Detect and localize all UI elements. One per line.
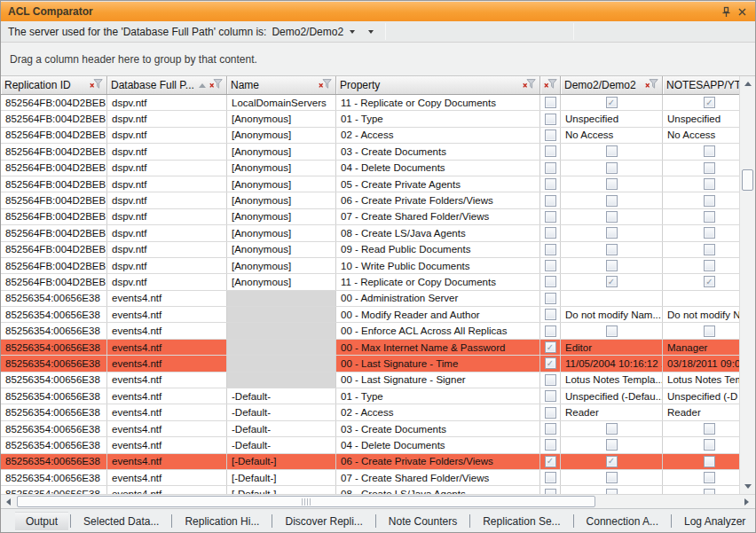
grid-row[interactable]: 85256354:00656E38events4.ntf[-Default-]0… — [1, 470, 739, 486]
filter-icon[interactable] — [645, 79, 658, 91]
checkbox-checked[interactable] — [606, 276, 618, 287]
checkbox-unchecked[interactable] — [545, 195, 556, 207]
pin-icon[interactable] — [718, 4, 734, 20]
column-header-demo2-demo2[interactable]: Demo2/Demo2 — [561, 76, 663, 94]
v-scroll-thumb[interactable] — [742, 169, 753, 191]
tab-replication-hi[interactable]: Replication Hi... — [174, 512, 270, 531]
scroll-left-button[interactable] — [1, 495, 16, 508]
column-header-database-full-p[interactable]: Database Full P... — [107, 76, 227, 94]
grid-row[interactable]: 852564FB:004D2BEBdspv.ntf[Anonymous]10 -… — [1, 258, 739, 274]
checkbox-unchecked[interactable] — [606, 325, 618, 337]
checkbox-checked[interactable] — [704, 97, 715, 108]
checkbox-unchecked[interactable] — [606, 472, 618, 483]
checkbox-checked[interactable] — [545, 357, 556, 369]
checkbox-unchecked[interactable] — [545, 114, 556, 125]
scroll-up-button[interactable] — [740, 76, 755, 91]
checkbox-unchecked[interactable] — [545, 97, 556, 108]
checkbox-unchecked[interactable] — [606, 211, 618, 223]
server-combo-dropdown-icon[interactable] — [350, 30, 355, 34]
checkbox-unchecked[interactable] — [704, 195, 715, 207]
checkbox-unchecked[interactable] — [545, 162, 556, 174]
checkbox-unchecked[interactable] — [606, 227, 618, 239]
checkbox-unchecked[interactable] — [545, 276, 556, 287]
v-scroll-track[interactable] — [740, 91, 755, 479]
grid-row[interactable]: 85256354:00656E38events4.ntf00 - Modify … — [1, 307, 739, 323]
column-header-replication-id[interactable]: Replication ID — [1, 76, 107, 94]
column-header-notesapp-yt[interactable]: NOTESAPP/YT. — [663, 76, 739, 94]
tab-output[interactable]: Output — [15, 512, 68, 531]
column-header-flag[interactable] — [540, 76, 561, 94]
checkbox-unchecked[interactable] — [704, 456, 715, 467]
checkbox-unchecked[interactable] — [704, 472, 715, 483]
checkbox-unchecked[interactable] — [545, 211, 556, 223]
checkbox-unchecked[interactable] — [606, 145, 618, 157]
v-scrollbar[interactable] — [739, 76, 755, 494]
filter-icon[interactable] — [209, 79, 223, 91]
checkbox-unchecked[interactable] — [704, 211, 715, 223]
tab-discover-repli[interactable]: Discover Repli... — [274, 512, 373, 531]
column-header-name[interactable]: Name — [227, 76, 336, 94]
checkbox-unchecked[interactable] — [545, 407, 556, 419]
grid-row[interactable]: 852564FB:004D2BEBdspv.ntf[Anonymous]07 -… — [1, 209, 739, 225]
checkbox-checked[interactable] — [545, 456, 556, 467]
grid-row[interactable]: 852564FB:004D2BEBdspv.ntf[Anonymous]01 -… — [1, 111, 739, 127]
close-icon[interactable] — [734, 4, 750, 20]
grid-row[interactable]: 85256354:00656E38events4.ntf00 - Last Si… — [1, 356, 739, 372]
grid-row[interactable]: 852564FB:004D2BEBdspv.ntf[Anonymous]02 -… — [1, 128, 739, 144]
checkbox-unchecked[interactable] — [545, 145, 556, 157]
checkbox-checked[interactable] — [704, 276, 715, 287]
checkbox-unchecked[interactable] — [545, 293, 556, 304]
checkbox-unchecked[interactable] — [545, 374, 556, 386]
checkbox-unchecked[interactable] — [606, 423, 618, 435]
tab-selected-data[interactable]: Selected Data... — [73, 512, 169, 531]
grid-row[interactable]: 85256354:00656E38events4.ntf[-Default-]0… — [1, 454, 739, 470]
server-combobox-value[interactable]: Demo2/Demo2 — [272, 26, 343, 38]
checkbox-unchecked[interactable] — [704, 325, 715, 337]
checkbox-unchecked[interactable] — [704, 423, 715, 435]
grid-row[interactable]: 85256354:00656E38events4.ntf-Default-01 … — [1, 388, 739, 404]
toolbar-overflow-dropdown-icon[interactable] — [368, 30, 374, 34]
filter-icon[interactable] — [90, 79, 103, 91]
grid-row[interactable]: 85256354:00656E38events4.ntf-Default-02 … — [1, 404, 739, 420]
grid-row[interactable]: 85256354:00656E38events4.ntf-Default-03 … — [1, 421, 739, 437]
grid-row[interactable]: 852564FB:004D2BEBdspv.ntf[Anonymous]06 -… — [1, 192, 739, 208]
checkbox-unchecked[interactable] — [606, 162, 618, 174]
checkbox-unchecked[interactable] — [545, 309, 556, 320]
grid-row[interactable]: 85256354:00656E38events4.ntf00 - Last Si… — [1, 372, 739, 388]
column-header-property[interactable]: Property — [336, 76, 540, 94]
checkbox-unchecked[interactable] — [545, 178, 556, 190]
checkbox-unchecked[interactable] — [545, 244, 556, 255]
grid-row[interactable]: 852564FB:004D2BEBdspv.ntf[Anonymous]03 -… — [1, 144, 739, 160]
checkbox-unchecked[interactable] — [545, 227, 556, 239]
filter-icon[interactable] — [319, 79, 332, 91]
grid-row[interactable]: 852564FB:004D2BEBdspv.ntf[Anonymous]11 -… — [1, 274, 739, 290]
checkbox-checked[interactable] — [545, 341, 556, 353]
checkbox-unchecked[interactable] — [545, 129, 556, 141]
grid-row[interactable]: 85256354:00656E38events4.ntf[-Default-]0… — [1, 486, 739, 494]
grid-row[interactable]: 852564FB:004D2BEBdspv.ntf[Anonymous]05 -… — [1, 176, 739, 192]
checkbox-unchecked[interactable] — [606, 195, 618, 207]
tab-note-counters[interactable]: Note Counters — [378, 512, 468, 531]
checkbox-unchecked[interactable] — [606, 178, 618, 190]
checkbox-unchecked[interactable] — [704, 162, 715, 174]
checkbox-unchecked[interactable] — [606, 244, 618, 255]
tab-connection-a[interactable]: Connection A... — [576, 512, 669, 531]
h-scroll-thumb[interactable] — [17, 496, 595, 507]
checkbox-unchecked[interactable] — [545, 439, 556, 451]
checkbox-checked[interactable] — [606, 97, 618, 108]
grid-row[interactable]: 852564FB:004D2BEBdspv.ntf[Anonymous]09 -… — [1, 242, 739, 258]
checkbox-unchecked[interactable] — [606, 260, 618, 271]
checkbox-unchecked[interactable] — [606, 439, 618, 451]
checkbox-unchecked[interactable] — [704, 244, 715, 255]
checkbox-unchecked[interactable] — [704, 439, 715, 451]
tab-log-analyzer[interactable]: Log Analyzer — [673, 512, 756, 531]
grid-row[interactable]: 85256354:00656E38events4.ntf00 - Enforce… — [1, 323, 739, 339]
filter-icon[interactable] — [544, 79, 557, 91]
checkbox-unchecked[interactable] — [545, 423, 556, 435]
tab-replication-se[interactable]: Replication Se... — [472, 512, 571, 531]
checkbox-unchecked[interactable] — [704, 178, 715, 190]
scroll-right-button[interactable] — [739, 495, 754, 508]
filter-icon[interactable] — [523, 79, 536, 91]
grid-row[interactable]: 852564FB:004D2BEBdspv.ntf[Anonymous]04 -… — [1, 161, 739, 176]
group-by-bar[interactable]: Drag a column header here to group by th… — [1, 43, 755, 76]
